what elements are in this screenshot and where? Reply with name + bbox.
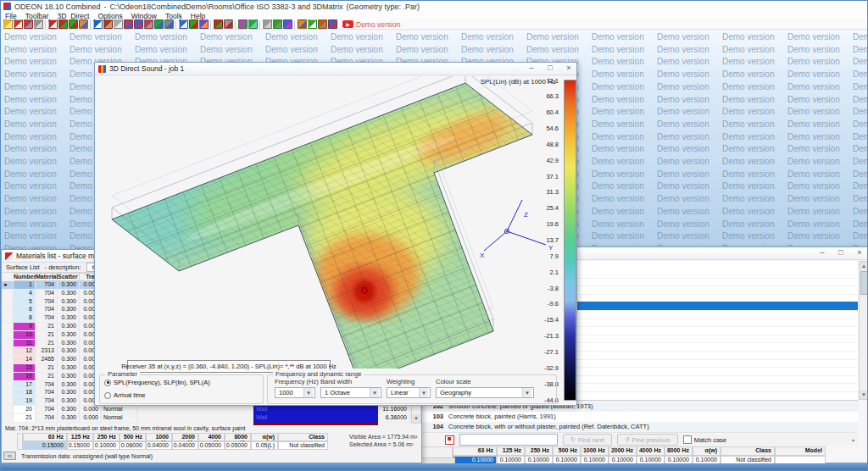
toolbar-icon[interactable]	[3, 19, 13, 29]
absorption-value[interactable]: 0.05000	[225, 441, 251, 450]
demo-watermark: Demo version	[331, 32, 383, 42]
scroll-down-icon[interactable]: ▼	[860, 391, 868, 399]
number-cell: 10	[14, 331, 36, 340]
absorption-value[interactable]: 0.15000	[67, 441, 93, 450]
toolbar-icon[interactable]	[179, 19, 188, 29]
toolbar-icon[interactable]	[238, 19, 248, 29]
radio-dot-icon[interactable]	[104, 380, 111, 386]
value-cell: 0.300	[58, 290, 80, 298]
toolbar-icon[interactable]	[69, 19, 78, 29]
demo-watermark: Demo version	[4, 82, 57, 91]
wall-type-cell[interactable]: Wall	[253, 406, 378, 414]
toolbar-icon[interactable]	[58, 19, 68, 29]
value-cell: 0.000	[80, 406, 102, 414]
toolbar-icon[interactable]	[189, 19, 198, 29]
demo-watermark: Demo version	[722, 119, 775, 129]
absorption-value[interactable]: 0.04000	[146, 441, 172, 450]
demo-watermark: Demo version	[4, 157, 57, 166]
value-cell: 0.300	[58, 373, 80, 381]
toolbar-icon[interactable]	[24, 19, 33, 29]
scale-tick-label: 48.8	[525, 141, 559, 148]
demo-watermark: Demo version	[135, 32, 187, 42]
find-next-button[interactable]: ↻ Find next	[563, 434, 612, 446]
radio-spl-frequency[interactable]: SPL(Frequency), SLP(lin), SPL(A)	[104, 379, 210, 386]
toolbar-icon[interactable]	[263, 19, 272, 29]
wall-type-cell[interactable]: Wall	[253, 414, 378, 423]
scroll-down-icon[interactable]: ▼	[412, 414, 420, 423]
demo-watermark: Demo version	[722, 32, 775, 42]
absorption-value[interactable]: 0.05(L)	[251, 441, 278, 450]
absorption-value[interactable]: Not classified	[278, 441, 328, 450]
menu-item-options[interactable]: Options	[93, 12, 126, 20]
toolbar-icon[interactable]	[14, 19, 23, 29]
toolbar-icon[interactable]	[298, 19, 307, 29]
value-cell: 0.300	[58, 389, 80, 397]
toolbar-icon[interactable]	[224, 19, 233, 29]
source-point[interactable]	[362, 288, 368, 294]
toolbar-icon[interactable]	[93, 19, 103, 29]
collapse-panel-icon[interactable]: ▾	[852, 437, 854, 443]
search-filter-icon[interactable]	[445, 435, 454, 445]
scale-tick-label: 2.1	[525, 269, 559, 276]
toolbar-icon[interactable]	[48, 19, 58, 29]
radio-dot-icon[interactable]	[104, 392, 111, 399]
menu-item-help[interactable]: Help	[186, 12, 209, 20]
maximize-icon[interactable]: □	[544, 64, 556, 72]
toolbar-icon[interactable]	[273, 19, 282, 29]
materials-row[interactable]: 217040.3000.000NormalWall6.36000	[2, 414, 411, 423]
match-case-checkbox[interactable]	[683, 435, 692, 444]
toolbar-icon[interactable]	[154, 19, 164, 29]
menu-item-3d_direct[interactable]: 3D_Direct	[53, 12, 94, 20]
library-item[interactable]: 104Concrete block, with or without plast…	[420, 422, 858, 433]
toolbar-icon[interactable]	[124, 19, 133, 29]
absorption-value[interactable]: 0.04000	[172, 441, 198, 450]
toolbar-icon[interactable]	[283, 19, 292, 29]
transmission-icon[interactable]: m	[3, 452, 16, 460]
menu-item-toolbar[interactable]: Toolbar	[21, 12, 53, 20]
maximize-icon[interactable]: □	[835, 248, 847, 257]
library-table-header: 500 Hz	[553, 446, 581, 456]
demo-watermark: Demo version	[592, 32, 644, 42]
toolbar-icon[interactable]	[34, 19, 43, 29]
toolbar-icon[interactable]	[248, 19, 258, 29]
close-icon[interactable]: ×	[854, 248, 865, 257]
scrollbar-thumb[interactable]	[860, 271, 868, 295]
colourscale-combo[interactable]: Geography ▼	[436, 387, 534, 398]
bandwidth-combo[interactable]: 1 Octave ▼	[320, 387, 381, 398]
toolbar-icon[interactable]	[114, 19, 123, 29]
menu-item-tools[interactable]: Tools	[161, 12, 186, 20]
demo-watermark: Demo version	[592, 69, 644, 79]
scroll-up-icon[interactable]: ▲	[860, 262, 868, 270]
absorption-header: Class	[278, 433, 328, 441]
frequency-combo[interactable]: 1000 ▼	[275, 387, 315, 398]
menu-item-window[interactable]: Window	[127, 12, 161, 20]
toolbar-icon[interactable]	[79, 19, 88, 29]
radio-arrival-time[interactable]: Arrival time	[104, 391, 146, 399]
demo-watermark: Demo version	[853, 144, 868, 153]
demo-watermark: Demo version	[4, 181, 57, 191]
toolbar-icon[interactable]	[144, 19, 153, 29]
toolbar-icon[interactable]	[199, 19, 209, 29]
toolbar-icon[interactable]	[308, 19, 317, 29]
toolbar-icon[interactable]	[328, 19, 337, 29]
toolbar-icon[interactable]	[103, 19, 113, 29]
minimize-icon[interactable]: –	[526, 64, 537, 72]
close-icon[interactable]: ×	[563, 64, 575, 72]
find-previous-button[interactable]: ↺ Find previous	[617, 434, 678, 446]
toolbar-icon[interactable]	[164, 19, 174, 29]
minimize-icon[interactable]: –	[816, 248, 828, 257]
weighting-combo[interactable]: Linear ▼	[387, 387, 431, 398]
library-scrollbar[interactable]: ▲ ▼	[859, 261, 868, 400]
search-input[interactable]	[459, 434, 558, 446]
absorption-value[interactable]: 0.06000	[120, 441, 146, 450]
materials-row[interactable]: 207040.3000.000NormalWall11.16000	[2, 406, 411, 414]
spl-3d-map[interactable]: Z X Y	[96, 76, 576, 368]
absorption-value[interactable]: 0.15000	[23, 441, 67, 450]
match-case-option[interactable]: Match case	[683, 435, 726, 444]
menu-item-file[interactable]: File	[1, 12, 21, 20]
absorption-value[interactable]: 0.05000	[198, 441, 225, 450]
toolbar-icon[interactable]	[214, 19, 223, 29]
toolbar-icon[interactable]	[318, 19, 327, 29]
toolbar-icon[interactable]	[134, 19, 143, 29]
absorption-value[interactable]: 0.10000	[93, 441, 120, 450]
